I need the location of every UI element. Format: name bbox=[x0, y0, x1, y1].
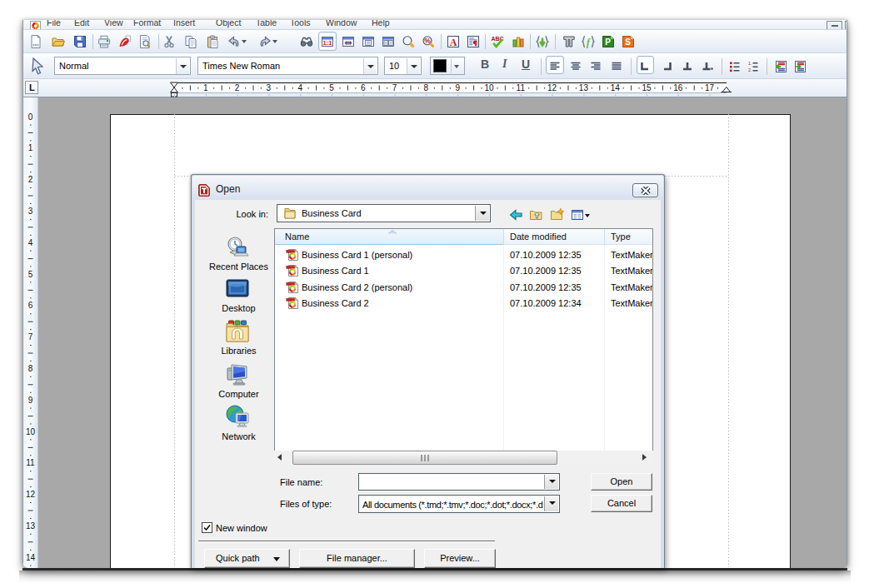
svg-text:11: 11 bbox=[517, 83, 526, 92]
svg-text:9: 9 bbox=[28, 396, 33, 405]
svg-text:6: 6 bbox=[28, 301, 33, 310]
svg-text:3: 3 bbox=[28, 207, 33, 216]
svg-text:12: 12 bbox=[26, 490, 36, 499]
svg-text:16: 16 bbox=[673, 83, 683, 92]
svg-text:12: 12 bbox=[547, 83, 557, 92]
svg-text:0: 0 bbox=[28, 112, 33, 122]
svg-text:11: 11 bbox=[26, 458, 35, 467]
svg-text:1: 1 bbox=[203, 83, 208, 92]
svg-text:A: A bbox=[450, 37, 457, 48]
svg-text:%: % bbox=[424, 37, 431, 45]
svg-text:17: 17 bbox=[705, 83, 715, 92]
svg-text:2.: 2. bbox=[748, 67, 752, 72]
svg-text:2: 2 bbox=[235, 83, 240, 92]
svg-text:P: P bbox=[605, 37, 611, 47]
svg-text:10: 10 bbox=[26, 427, 36, 436]
svg-text:1.: 1. bbox=[748, 61, 752, 66]
svg-text:6: 6 bbox=[361, 83, 366, 92]
svg-text:13: 13 bbox=[26, 521, 36, 531]
svg-text:4: 4 bbox=[297, 83, 302, 92]
svg-text:9: 9 bbox=[455, 83, 460, 92]
svg-text:S: S bbox=[625, 37, 631, 47]
svg-text:8: 8 bbox=[28, 364, 33, 373]
svg-text:1: 1 bbox=[28, 143, 33, 152]
svg-text:f: f bbox=[587, 36, 592, 48]
svg-text:15: 15 bbox=[642, 83, 652, 92]
svg-text:1:1: 1:1 bbox=[323, 39, 332, 47]
svg-text:4: 4 bbox=[28, 238, 33, 247]
svg-text:5: 5 bbox=[329, 83, 334, 92]
svg-text:7: 7 bbox=[392, 83, 397, 92]
svg-text:14: 14 bbox=[611, 83, 621, 92]
svg-text:10: 10 bbox=[484, 83, 494, 92]
svg-text:14: 14 bbox=[26, 553, 36, 562]
svg-text:13: 13 bbox=[579, 83, 589, 92]
svg-text:2: 2 bbox=[28, 175, 33, 184]
svg-text:7: 7 bbox=[28, 332, 33, 341]
svg-text:8: 8 bbox=[424, 83, 429, 92]
svg-text:3: 3 bbox=[267, 83, 272, 92]
svg-text:5: 5 bbox=[28, 270, 33, 279]
